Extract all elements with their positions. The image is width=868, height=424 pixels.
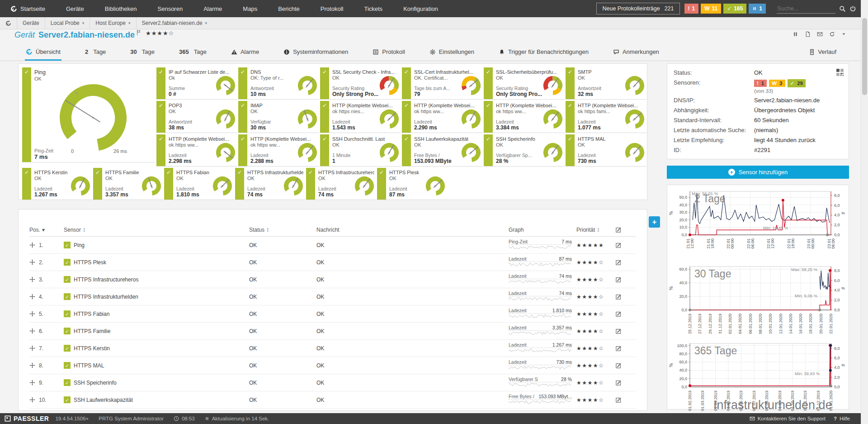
nav-item-startseite[interactable]: Startseite: [0, 0, 56, 17]
sensor-tile-dns[interactable]: ✓DNSOK: Type of r...Antwortzeit10 ms: [238, 67, 319, 100]
nav-item-bibliotheken[interactable]: Bibliotheken: [94, 0, 147, 17]
sensor-tile-https-kerstin[interactable]: ✓HTTPS KerstinOKLadezeit1.267 ms: [22, 168, 92, 200]
sensor-tile-https-infrastrukturhelden[interactable]: ✓HTTPS InfrastrukturheldenOKLadezeit74 m…: [235, 168, 305, 200]
status-badge-warning[interactable]: W11: [701, 4, 721, 14]
mini-graph-365-tage[interactable]: 100,080,060,040,020,00,08,06,04,02,00,00…: [669, 340, 847, 417]
edit-row-button[interactable]: [615, 362, 636, 369]
tab-systeminformationen[interactable]: Systeminformationen: [283, 44, 349, 61]
sensor-name-cell[interactable]: ✓Ping: [64, 242, 249, 248]
sensor-count-badge[interactable]: ✓29: [788, 79, 806, 87]
sensor-tile-http-komplette-websei-[interactable]: ✓HTTP (Komplette Websei...ok https fami.…: [566, 101, 646, 133]
sensor-tile-http-komplette-websei-[interactable]: ✓HTTP (Komplette Websei...ok https ww...…: [402, 101, 483, 133]
drag-handle-icon[interactable]: [29, 362, 35, 368]
sensor-tile-ssh-durchschnittl-last[interactable]: ✓SSH Durchschnittl. LastOK1 Minute1: [320, 134, 401, 167]
breadcrumb-item-1[interactable]: Local Probe▾: [45, 17, 90, 29]
edit-row-button[interactable]: [615, 396, 636, 403]
refresh-icon[interactable]: [829, 31, 835, 37]
sensor-count-badge[interactable]: W3: [769, 80, 785, 87]
scrollbar-thumb[interactable]: [862, 18, 867, 95]
pause-icon[interactable]: [793, 31, 798, 37]
mini-graph-30-tage[interactable]: 60,040,020,00,08,06,04,02,00,025.12.2019…: [669, 263, 847, 340]
quick-add-button[interactable]: +: [649, 216, 660, 228]
status-badge-error[interactable]: !1: [684, 4, 699, 14]
edit-row-button[interactable]: [615, 345, 636, 352]
nav-item-alarme[interactable]: Alarme: [193, 0, 232, 17]
table-row-ssh-speicherinfo[interactable]: 9.✓SSH SpeicherinfoOKOKVerfügbarer S28 %…: [29, 374, 636, 391]
sensor-name-cell[interactable]: ✓HTTPS Infrastrukturhelden: [64, 293, 249, 300]
help-link[interactable]: ? Hilfe: [834, 416, 850, 421]
sensor-tile-ssl-cert-infrastrukturhel-[interactable]: ✓SSL-Cert Infrastrukturhel...OK. Certifi…: [402, 67, 483, 100]
edit-row-button[interactable]: [615, 328, 636, 334]
nav-item-maps[interactable]: Maps: [232, 0, 268, 17]
sensor-name-cell[interactable]: ✓HTTPS Plesk: [64, 259, 249, 266]
nav-item-berichte[interactable]: Berichte: [268, 0, 310, 17]
power-logout-icon[interactable]: [849, 5, 856, 12]
pause-refresh-icon[interactable]: [205, 416, 209, 421]
sensor-tile-https-mal[interactable]: ✓HTTPS MALOKLadezeit730 ms: [566, 134, 646, 167]
tab-trigger-für-benachrichtigungen[interactable]: Trigger für Benachrichtigungen: [498, 44, 590, 61]
sensor-tile-smtp[interactable]: ✓SMTPOKAntwortzeit32 ms: [566, 67, 646, 100]
more-dropdown-icon[interactable]: [841, 31, 846, 37]
nav-item-tickets[interactable]: Tickets: [354, 0, 393, 17]
col-status[interactable]: Status▲▼: [249, 227, 316, 233]
page-scrollbar[interactable]: [861, 0, 868, 424]
tab-tage[interactable]: 365Tage: [178, 44, 208, 61]
add-sensor-button[interactable]: + Sensor hinzufügen: [667, 166, 849, 179]
sensor-tile-http-komplette-websei-[interactable]: ✓HTTP (Komplette Websei...ok https ww...…: [238, 134, 319, 167]
tab-anmerkungen[interactable]: Anmerkungen: [612, 44, 660, 61]
edit-row-button[interactable]: [615, 242, 636, 248]
sensor-name-cell[interactable]: ✓HTTPS MAL: [64, 362, 249, 369]
breadcrumb-item-2[interactable]: Host Europe▾: [90, 17, 136, 29]
table-row-https-kerstin[interactable]: 7.✓HTTPS KerstinOKOKLadezeit1.267 ms★★★★…: [29, 340, 636, 357]
mail-icon[interactable]: [817, 31, 823, 37]
edit-row-button[interactable]: [615, 379, 636, 386]
sensor-tile-ping[interactable]: ✓PingOK5026 msPing-Zeit7 ms: [22, 67, 155, 162]
tab-einstellungen[interactable]: Einstellungen: [429, 44, 475, 61]
export-document-icon[interactable]: [805, 31, 811, 37]
drag-handle-icon[interactable]: [29, 276, 35, 282]
edit-row-button[interactable]: [615, 276, 636, 283]
sensor-tile-ssh-speicherinfo[interactable]: ✓SSH SpeicherinfoOKVerfügbarer Sp...28 %: [484, 134, 565, 167]
paessler-brand[interactable]: PAESSLER: [0, 415, 55, 422]
edit-row-button[interactable]: [615, 310, 636, 317]
home-icon[interactable]: [0, 20, 17, 26]
tab-alarme[interactable]: Alarme: [230, 44, 260, 61]
sensor-name-cell[interactable]: ✓SSH Speicherinfo: [64, 379, 249, 386]
breadcrumb-item-3[interactable]: Server2.fabian-niesen.de▾: [136, 17, 213, 29]
sensor-tile-https-infrastructureheros[interactable]: ✓HTTPS InfrastructureherosOKLadezeit74 m…: [306, 168, 376, 200]
col-graph[interactable]: Graph: [509, 227, 576, 233]
table-row-https-mal[interactable]: 8.✓HTTPS MALOKOKLadezeit730 ms★★★★☆: [29, 357, 636, 374]
status-badge-paused[interactable]: 1: [749, 4, 766, 14]
refresh-countdown[interactable]: Aktualisierung in 14 Sek.: [205, 416, 269, 421]
device-priority-stars[interactable]: ★★★★☆: [146, 30, 174, 37]
sensor-tile-imap[interactable]: ✓IMAPOKVerfügbar30 ms: [238, 101, 319, 133]
drag-handle-icon[interactable]: [29, 294, 35, 300]
nav-item-sensoren[interactable]: Sensoren: [147, 0, 193, 17]
search-icon[interactable]: [839, 5, 846, 12]
tab-verlauf[interactable]: Verlauf: [808, 44, 837, 61]
edit-row-button[interactable]: [615, 259, 636, 266]
edit-row-button[interactable]: [615, 293, 636, 300]
drag-handle-icon[interactable]: [29, 259, 35, 265]
sensor-tile-http-komplette-websei-[interactable]: ✓HTTP (Komplette Websei...ok https ww...…: [156, 134, 237, 167]
sensor-tile-ssh-laufwerkskapazit-t[interactable]: ✓SSH LaufwerkskapazitätOKFree Bytes /153…: [402, 134, 483, 167]
sensor-tile-https-fabian[interactable]: ✓HTTPS FabianOKLadezeit1.810 ms: [164, 168, 234, 200]
col-pos[interactable]: Pos.▾: [29, 227, 64, 233]
status-badge-ok[interactable]: ✓165: [723, 4, 746, 14]
sensor-name-cell[interactable]: ✓HTTPS Fabian: [64, 310, 249, 317]
nav-item-geräte[interactable]: Geräte: [56, 0, 94, 17]
drag-handle-icon[interactable]: [29, 397, 35, 403]
drag-handle-icon[interactable]: [29, 345, 35, 351]
sensor-name-cell[interactable]: ✓HTTPS Familie: [64, 328, 249, 334]
sensor-tile-ssl-security-check-infra-[interactable]: ✓SSL Security Check - Infra...OKSecurity…: [320, 67, 401, 100]
search-input[interactable]: [777, 4, 835, 14]
col-priority[interactable]: Priorität▲▼: [576, 227, 615, 233]
table-row-https-infrastructureheros[interactable]: 3.✓HTTPS InfrastructureherosOKOKLadezeit…: [29, 271, 636, 288]
table-row-https-fabian[interactable]: 5.✓HTTPS FabianOKOKLadezeit1.810 ms★★★★☆: [29, 305, 636, 323]
qr-code-icon[interactable]: [836, 68, 844, 76]
nav-item-konfiguration[interactable]: Konfiguration: [393, 0, 448, 17]
breadcrumb-item-0[interactable]: Geräte: [17, 17, 45, 29]
sensor-tile-ssl-sicherheits-berpr-fu-[interactable]: ✓SSL-Sicherheitsüberprüfu...OKSecurity R…: [484, 67, 565, 100]
tab-tage[interactable]: 30Tage: [129, 44, 156, 61]
sensor-tile-https-plesk[interactable]: ✓HTTPS PleskOKLadezeit87 ms: [377, 168, 447, 200]
